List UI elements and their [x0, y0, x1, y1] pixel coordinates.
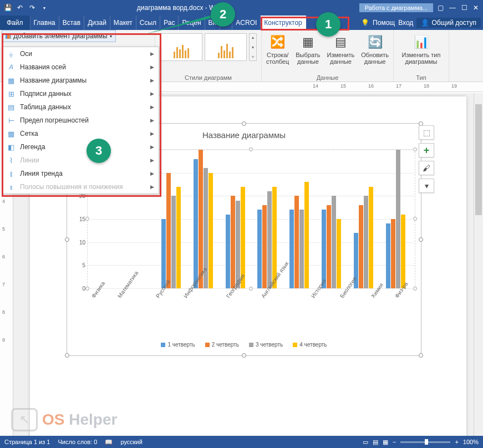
- submenu-arrow-icon: ▶: [150, 104, 154, 110]
- style-scroll-up-icon[interactable]: ▴: [252, 35, 254, 40]
- view-read-icon[interactable]: ▭: [363, 439, 368, 446]
- edit-data-button[interactable]: ▤Изменить данные: [325, 32, 357, 66]
- legend-swatch: [161, 343, 165, 347]
- legend-item[interactable]: 2 четверть: [205, 342, 239, 348]
- add-element-dropdown: ⏚Оси▶𝘈Названия осей▶▦Название диаграммы▶…: [2, 47, 159, 194]
- switch-icon: 🔀: [269, 33, 287, 51]
- vertical-scrollbar[interactable]: [474, 93, 483, 436]
- menu-item-label: Подписи данных: [20, 90, 72, 98]
- menu-item-icon: ⏚: [7, 50, 16, 58]
- chart-bar[interactable]: [171, 196, 176, 288]
- minimize-icon[interactable]: —: [449, 4, 456, 12]
- chart-bar[interactable]: [386, 223, 390, 288]
- zoom-in-icon[interactable]: +: [455, 439, 458, 445]
- chart-bar[interactable]: [257, 210, 262, 288]
- tab-constructor[interactable]: Конструктор: [261, 16, 306, 30]
- chart-bar[interactable]: [231, 196, 235, 288]
- view-print-icon[interactable]: ▤: [373, 439, 378, 446]
- refresh-data-button[interactable]: 🔄Обновить данные: [359, 32, 391, 66]
- menu-item-icon: ⊞: [7, 90, 16, 98]
- chart-bar[interactable]: [267, 191, 272, 288]
- chart-bar[interactable]: [304, 182, 309, 288]
- chart-bar[interactable]: [226, 215, 230, 288]
- dropdown-item[interactable]: ⏚Оси▶: [2, 47, 159, 60]
- dropdown-item[interactable]: ▤Таблица данных▶: [2, 100, 159, 114]
- dropdown-item[interactable]: ◧Легенда▶: [2, 140, 159, 154]
- redo-icon[interactable]: ↷: [27, 2, 38, 13]
- status-language[interactable]: русский: [120, 439, 142, 445]
- dropdown-item[interactable]: ⊢Предел погрешностей▶: [2, 114, 159, 127]
- chart-bar[interactable]: [166, 173, 171, 288]
- chart-bar[interactable]: [396, 150, 400, 288]
- chart-bar[interactable]: [194, 159, 198, 288]
- maximize-icon[interactable]: ☐: [461, 4, 467, 12]
- style-scroll-down-icon[interactable]: ▾: [252, 45, 254, 50]
- zoom-slider[interactable]: [400, 441, 450, 443]
- change-chart-type-button[interactable]: 📊Изменить тип диаграммы: [400, 32, 443, 66]
- help-label[interactable]: Помощ: [373, 19, 395, 27]
- chart-type-icon: 📊: [412, 33, 430, 51]
- menu-item-label: Легенда: [20, 143, 45, 151]
- chart-bar[interactable]: [337, 219, 341, 288]
- legend-item[interactable]: 4 четверть: [293, 342, 327, 348]
- status-proofing-icon[interactable]: 📖: [105, 439, 113, 446]
- tab-file[interactable]: Файл: [0, 16, 30, 30]
- dropdown-item[interactable]: ⊞Подписи данных▶: [2, 87, 159, 100]
- submenu-arrow-icon: ▶: [150, 171, 154, 176]
- select-data-button[interactable]: ▦Выбрать данные: [293, 32, 322, 66]
- menu-item-label: Предел погрешностей: [20, 116, 89, 124]
- watermark: ↖ OS Helper: [11, 408, 117, 431]
- chart-elements-button[interactable]: +: [419, 143, 434, 157]
- dropdown-item[interactable]: ⫿Линия тренда▶: [2, 167, 159, 180]
- chart-bar[interactable]: [359, 205, 363, 288]
- share-button[interactable]: 👤 Общий доступ: [416, 18, 481, 28]
- chart-bar[interactable]: [176, 187, 181, 288]
- edit-data-icon: ▤: [332, 33, 349, 51]
- dropdown-item: ⫾Полосы повышения и понижения▶: [2, 180, 159, 194]
- chart-bar[interactable]: [327, 205, 331, 288]
- legend-label: 2 четверть: [212, 342, 239, 348]
- chart-filters-button[interactable]: ▾: [419, 179, 434, 193]
- undo-icon[interactable]: ↶: [14, 2, 26, 13]
- submenu-arrow-icon: ▶: [150, 78, 154, 83]
- tab-acrobat[interactable]: ACROI: [232, 16, 261, 30]
- chart-bar[interactable]: [332, 196, 336, 288]
- dropdown-item[interactable]: ▦Название диаграммы▶: [2, 74, 159, 87]
- chart-styles-button[interactable]: 🖌: [419, 161, 434, 175]
- qat-dropdown-icon[interactable]: ▾: [39, 2, 50, 13]
- tab-layout[interactable]: Макет: [110, 16, 136, 30]
- tell-me-icon[interactable]: 💡: [361, 19, 369, 27]
- legend-swatch: [293, 343, 297, 347]
- chart-bar[interactable]: [369, 187, 373, 288]
- chart-bar[interactable]: [401, 215, 405, 288]
- legend-swatch: [249, 343, 253, 347]
- chart-bar[interactable]: [262, 205, 267, 288]
- dropdown-item[interactable]: 𝘈Названия осей▶: [2, 60, 159, 74]
- switch-row-col-button[interactable]: 🔀Строка/ столбец: [264, 32, 291, 66]
- dropdown-item[interactable]: ▦Сетка▶: [2, 127, 159, 140]
- zoom-level[interactable]: 100%: [463, 439, 479, 445]
- view-web-icon[interactable]: ▦: [383, 439, 388, 446]
- status-words[interactable]: Число слов: 0: [58, 439, 97, 445]
- submenu-arrow-icon: ▶: [150, 184, 154, 190]
- tab-home[interactable]: Главна: [30, 16, 59, 30]
- submenu-arrow-icon: ▶: [150, 91, 154, 96]
- status-page[interactable]: Страница 1 из 1: [4, 439, 50, 445]
- close-icon[interactable]: ✕: [473, 4, 479, 12]
- ribbon-options-icon[interactable]: ▢: [438, 4, 444, 12]
- chart-bar[interactable]: [391, 219, 395, 288]
- zoom-out-icon[interactable]: −: [393, 439, 396, 445]
- signin-label[interactable]: Вход: [398, 19, 413, 27]
- save-icon[interactable]: 💾: [2, 2, 13, 13]
- tab-insert[interactable]: Встав: [59, 16, 84, 30]
- tab-design[interactable]: Дизай: [84, 16, 110, 30]
- legend-item[interactable]: 3 четверть: [249, 342, 283, 348]
- style-more-icon[interactable]: ▿: [252, 54, 254, 59]
- legend-label: 4 четверть: [299, 342, 327, 348]
- chart-bar[interactable]: [364, 196, 368, 288]
- chart-bar[interactable]: [161, 219, 166, 288]
- chart-legend[interactable]: 1 четверть2 четверть3 четверть4 четверть: [67, 342, 421, 348]
- chart-layout-options-button[interactable]: ⬚: [419, 125, 434, 140]
- legend-item[interactable]: 1 четверть: [161, 342, 195, 348]
- chart-bar[interactable]: [322, 210, 326, 288]
